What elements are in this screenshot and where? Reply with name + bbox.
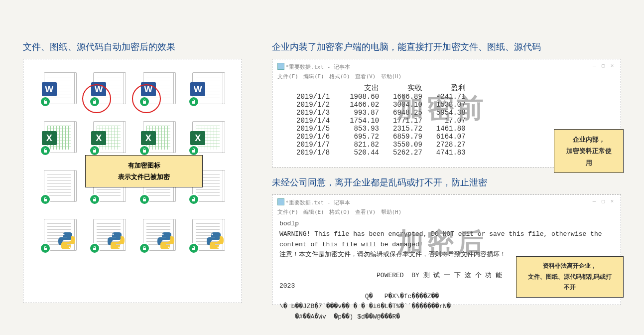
- excel-badge-icon: X: [42, 131, 57, 145]
- file-word-icon[interactable]: W: [189, 71, 224, 106]
- lock-icon: [188, 145, 199, 156]
- callout-before-l1: 企业内部，: [564, 134, 613, 145]
- data-table: 支出实收盈利2019/1/11908.601666.89-241.712019/…: [296, 83, 480, 157]
- left-title: 文件、图纸、源代码自动加密后的效果: [23, 41, 242, 53]
- word-badge-icon: W: [42, 82, 57, 96]
- table-row: 2019/1/3993.876948.255954.38: [296, 109, 480, 117]
- word-badge-icon: W: [91, 82, 106, 96]
- lock-icon: [89, 96, 100, 107]
- table-row: 2019/1/41754.101771.1717.07: [296, 117, 480, 125]
- menu-item[interactable]: 编辑(E): [303, 73, 324, 80]
- callout-before-l2: 加密资料正常使用: [564, 145, 613, 168]
- lock-icon: [139, 96, 150, 107]
- menu-item[interactable]: 帮助(H): [381, 209, 402, 215]
- svg-point-6: [212, 234, 213, 235]
- lock-icon: [188, 96, 199, 107]
- svg-point-2: [113, 234, 114, 235]
- lock-icon: [139, 243, 150, 254]
- excel-badge-icon: X: [91, 131, 106, 145]
- file-word-icon[interactable]: W: [41, 71, 76, 106]
- callout-after-l2: 文件、图纸、源代码都乱码或打不开: [526, 272, 613, 293]
- callout-after: 资料非法离开企业， 文件、图纸、源代码都乱码或打不开: [516, 256, 624, 298]
- notepad-menu[interactable]: 文件(F)编辑(E)格式(O)查看(V)帮助(H): [276, 72, 617, 83]
- file-word-icon[interactable]: W: [140, 71, 175, 106]
- menu-item[interactable]: 格式(O): [329, 73, 350, 80]
- lock-icon: [89, 194, 100, 205]
- lock-icon: [188, 243, 199, 254]
- notepad-title: *重要数据.txt - 记事本: [276, 198, 617, 207]
- menu-item[interactable]: 文件(F): [277, 209, 298, 215]
- excel-badge-icon: X: [141, 131, 156, 145]
- menu-item[interactable]: 查看(V): [355, 209, 376, 215]
- lock-icon: [40, 243, 51, 254]
- table-header: 实收: [393, 83, 436, 93]
- lock-icon: [188, 194, 199, 205]
- encrypted-files-panel: WWWWXXXX 有加密图标 表示文件已被加密: [23, 59, 242, 303]
- file-python-icon[interactable]: [41, 218, 76, 253]
- file-excel-icon[interactable]: X: [90, 120, 125, 155]
- table-row: 2019/1/21466.023004.101538.07: [296, 101, 480, 109]
- notepad-menu[interactable]: 文件(F)编辑(E)格式(O)查看(V)帮助(H): [276, 207, 617, 219]
- table-row: 2019/1/6695.726859.796164.07: [296, 133, 480, 141]
- svg-point-3: [119, 247, 120, 248]
- menu-item[interactable]: 查看(V): [355, 73, 376, 80]
- callout-after-l1: 资料非法离开企业，: [526, 261, 613, 272]
- file-excel-icon[interactable]: X: [140, 120, 175, 155]
- table-row: 2019/1/7821.823550.092728.27: [296, 141, 480, 149]
- table-header: 盈利: [436, 83, 480, 93]
- lock-icon: [89, 243, 100, 254]
- python-icon: [57, 231, 77, 251]
- file-python-icon[interactable]: [140, 218, 175, 253]
- file-python-icon[interactable]: [189, 218, 224, 253]
- left-callout-l2: 表示文件已被加密: [96, 171, 192, 182]
- svg-point-5: [168, 247, 169, 248]
- lock-icon: [139, 194, 150, 205]
- left-callout: 有加密图标 表示文件已被加密: [85, 155, 203, 187]
- python-icon: [106, 231, 126, 251]
- table-row: 2019/1/8520.445262.274741.83: [296, 149, 480, 157]
- menu-item[interactable]: 编辑(E): [303, 209, 324, 215]
- table-header: [296, 83, 350, 93]
- svg-point-0: [63, 234, 64, 235]
- svg-point-4: [162, 234, 163, 235]
- callout-before: 企业内部， 加密资料正常使用: [554, 129, 624, 173]
- file-plain-icon[interactable]: [41, 169, 76, 204]
- notepad-before: –▢× *重要数据.txt - 记事本 文件(F)编辑(E)格式(O)查看(V)…: [272, 59, 621, 168]
- right-top-title: 企业内装了加密客户端的电脑，能直接打开加密文件、图纸、源代码: [272, 41, 621, 53]
- right-bot-title: 未经公司同意，离开企业都是乱码或打不开，防止泄密: [272, 176, 621, 188]
- menu-item[interactable]: 格式(O): [329, 209, 350, 215]
- file-excel-icon[interactable]: X: [189, 120, 224, 155]
- python-icon: [156, 231, 176, 251]
- excel-badge-icon: X: [190, 131, 205, 145]
- file-python-icon[interactable]: [90, 218, 125, 253]
- left-callout-l1: 有加密图标: [96, 160, 192, 171]
- lock-icon: [40, 194, 51, 205]
- file-word-icon[interactable]: W: [90, 71, 125, 106]
- word-badge-icon: W: [190, 82, 205, 96]
- svg-point-1: [69, 247, 70, 248]
- menu-item[interactable]: 帮助(H): [381, 73, 402, 80]
- file-excel-icon[interactable]: X: [41, 120, 76, 155]
- lock-icon: [89, 145, 100, 156]
- table-row: 2019/1/11908.601666.89-241.71: [296, 93, 480, 101]
- python-icon: [205, 231, 225, 251]
- lock-icon: [139, 145, 150, 156]
- lock-icon: [40, 96, 51, 107]
- lock-icon: [40, 145, 51, 156]
- table-row: 2019/1/5853.932315.721461.80: [296, 125, 480, 133]
- table-header: 支出: [350, 83, 393, 93]
- notepad-after: –▢× *重要数据.txt - 记事本 文件(F)编辑(E)格式(O)查看(V)…: [272, 194, 621, 305]
- menu-item[interactable]: 文件(F): [277, 73, 298, 80]
- notepad-title: *重要数据.txt - 记事本: [276, 62, 617, 72]
- word-badge-icon: W: [141, 82, 156, 96]
- svg-point-7: [218, 247, 219, 248]
